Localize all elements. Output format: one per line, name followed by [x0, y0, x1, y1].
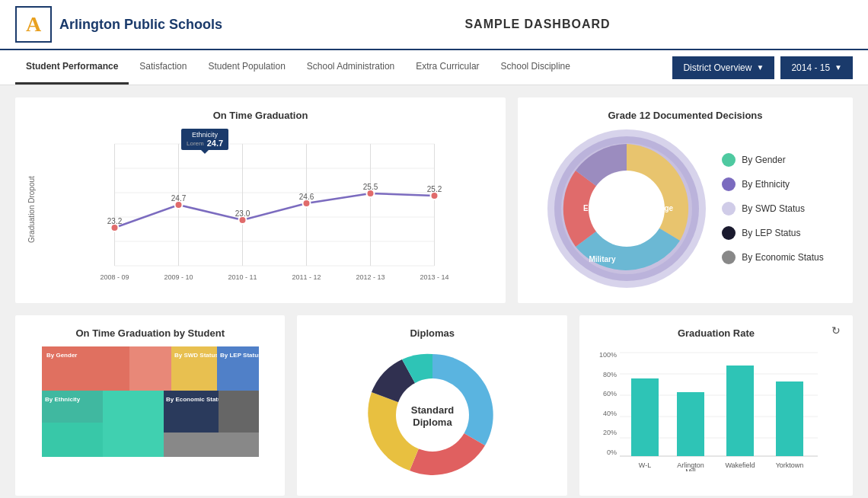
svg-text:Wakefield: Wakefield [725, 461, 755, 469]
svg-rect-62 [677, 392, 704, 456]
svg-text:23.2: 23.2 [107, 217, 123, 225]
donut-area: Employment College Military By Gender By… [530, 129, 841, 289]
school-name: Arlington Public Schools [59, 17, 222, 33]
district-dropdown-arrow-icon: ▼ [756, 63, 764, 72]
y-label-40: 40% [603, 410, 617, 417]
svg-text:By Gender: By Gender [46, 352, 77, 359]
legend-dot-lep [722, 226, 736, 240]
tooltip-value: 24.7 [207, 139, 223, 148]
svg-text:24.6: 24.6 [299, 193, 314, 201]
svg-text:By SWD Status: By SWD Status [174, 352, 219, 359]
svg-text:By Economic Status: By Economic Status [166, 396, 225, 403]
svg-rect-65 [726, 366, 754, 456]
nav-item-student-performance[interactable]: Student Performance [15, 50, 129, 85]
y-label-20: 20% [603, 429, 617, 436]
svg-text:2011 - 12: 2011 - 12 [292, 273, 321, 281]
svg-text:2009 - 10: 2009 - 10 [164, 273, 193, 281]
nav-bar: Student Performance Satisfaction Student… [0, 50, 868, 85]
donut-chart-svg: Employment College Military [547, 129, 707, 289]
svg-text:Diploma: Diploma [413, 417, 452, 428]
y-label-80: 80% [603, 371, 617, 378]
svg-text:By LEP Status: By LEP Status [220, 352, 259, 359]
svg-text:25.2: 25.2 [427, 185, 442, 193]
svg-text:2013 - 14: 2013 - 14 [420, 273, 448, 281]
legend-item-gender: By Gender [722, 153, 823, 167]
y-label-60: 60% [603, 390, 617, 397]
logo-letter: A [26, 12, 41, 37]
svg-text:2012 - 13: 2012 - 13 [356, 273, 385, 281]
graduation-chart-card: On Time Graduation Graduation Dropout Et… [15, 97, 506, 303]
nav-items: Student Performance Satisfaction Student… [15, 50, 672, 85]
bar-chart-svg: W-L Arlington Mill Wakefield Yorktown [620, 350, 833, 471]
diploma-donut-area: Standard Diploma [309, 346, 554, 484]
legend-dot-ethnicity [722, 177, 736, 191]
svg-text:Employment: Employment [583, 204, 630, 212]
legend-item-swd: By SWD Status [722, 202, 823, 215]
bottom-row: On Time Graduation by Student By Gender … [15, 315, 853, 496]
svg-text:Mill: Mill [685, 468, 696, 471]
svg-text:2008 - 09: 2008 - 09 [100, 273, 129, 281]
svg-rect-60 [631, 378, 659, 456]
grade12-chart-card: Grade 12 Documented Decisions [518, 97, 853, 303]
main-content: On Time Graduation Graduation Dropout Et… [0, 85, 868, 498]
svg-rect-38 [129, 346, 171, 391]
svg-text:2010 - 11: 2010 - 11 [228, 273, 257, 281]
district-overview-button[interactable]: District Overview ▼ [672, 56, 774, 79]
school-logo: A [15, 6, 52, 43]
legend-dot-gender [722, 153, 736, 167]
graduation-rate-title: Graduation Rate [592, 327, 841, 339]
diplomas-title: Diplomas [309, 327, 554, 339]
legend-dot-economic [722, 251, 736, 264]
y-label-0: 0% [607, 449, 617, 456]
legend-item-ethnicity: By Ethnicity [722, 177, 823, 191]
nav-item-extra-curricular[interactable]: Extra Curricular [405, 50, 490, 85]
graduation-rate-card: Graduation Rate ↻ 100% 80% 60% 40% 20% 0… [579, 315, 853, 496]
legend-dot-swd [722, 202, 736, 215]
treemap-svg: By Gender By SWD Status By LEP Status By… [42, 346, 259, 457]
svg-text:Standard: Standard [411, 404, 454, 416]
svg-text:Yorktown: Yorktown [776, 461, 804, 469]
nav-item-school-discipline[interactable]: School Discipline [490, 50, 581, 85]
refresh-icon[interactable]: ↻ [831, 324, 841, 337]
dashboard-title: SAMPLE DASHBOARD [222, 18, 853, 31]
svg-text:24.7: 24.7 [171, 194, 187, 203]
header: A Arlington Public Schools SAMPLE DASHBO… [0, 0, 868, 50]
year-dropdown-arrow-icon: ▼ [834, 63, 842, 72]
svg-text:By Ethnicity: By Ethnicity [45, 396, 81, 403]
nav-controls: District Overview ▼ 2014 - 15 ▼ [672, 56, 853, 79]
tooltip-sublabel: Lorem [187, 140, 204, 147]
svg-rect-45 [103, 391, 164, 457]
nav-item-satisfaction[interactable]: Satisfaction [129, 50, 197, 85]
grade12-legend: By Gender By Ethnicity By SWD Status By … [722, 153, 823, 264]
svg-text:Military: Military [589, 255, 616, 263]
svg-rect-50 [164, 433, 259, 457]
svg-text:College: College [646, 204, 674, 212]
legend-item-economic: By Economic Status [722, 251, 823, 264]
nav-item-student-population[interactable]: Student Population [197, 50, 295, 85]
line-chart-svg: 23.2 24.7 23.0 24.6 25.5 25.2 2008 - 09 … [40, 129, 493, 289]
tooltip-label: Ethnicity [187, 131, 223, 139]
legend-item-lep: By LEP Status [722, 226, 823, 240]
year-selector-button[interactable]: 2014 - 15 ▼ [780, 56, 853, 79]
graduation-chart-title: On Time Graduation [27, 110, 493, 121]
y-axis-label: Graduation Dropout [27, 129, 36, 291]
treemap-card: On Time Graduation by Student By Gender … [15, 315, 285, 496]
diploma-donut-svg: Standard Diploma [364, 346, 501, 484]
diplomas-card: Diplomas Standard Dip [297, 315, 566, 496]
svg-rect-46 [42, 423, 103, 457]
svg-rect-49 [219, 391, 259, 433]
svg-text:23.0: 23.0 [235, 209, 251, 218]
treemap-title: On Time Graduation by Student [27, 327, 273, 339]
svg-text:25.5: 25.5 [363, 183, 378, 191]
svg-rect-67 [776, 381, 803, 456]
svg-text:W-L: W-L [639, 461, 651, 469]
top-row: On Time Graduation Graduation Dropout Et… [15, 97, 853, 303]
y-label-100: 100% [599, 351, 617, 359]
grade12-chart-title: Grade 12 Documented Decisions [530, 110, 841, 121]
nav-item-school-administration[interactable]: School Administration [296, 50, 405, 85]
